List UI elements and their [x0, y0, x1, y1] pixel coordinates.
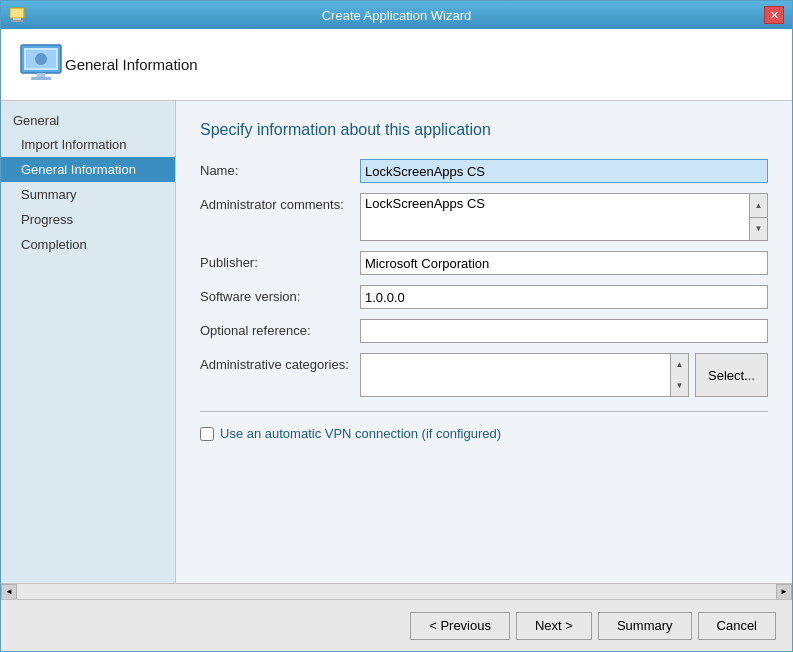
software-version-input[interactable]: [360, 285, 768, 309]
optional-reference-input[interactable]: [360, 319, 768, 343]
optional-reference-row: Optional reference:: [200, 319, 768, 343]
footer-bar: < Previous Next > Summary Cancel: [1, 599, 792, 651]
svg-rect-7: [37, 73, 45, 77]
name-row: Name:: [200, 159, 768, 183]
page-title: Specify information about this applicati…: [200, 121, 768, 139]
summary-button[interactable]: Summary: [598, 612, 692, 640]
name-label: Name:: [200, 159, 360, 178]
svg-rect-0: [10, 8, 24, 18]
categories-scroll-down[interactable]: ▼: [671, 375, 688, 396]
software-version-row: Software version:: [200, 285, 768, 309]
admin-comments-label: Administrator comments:: [200, 193, 360, 212]
admin-categories-row: Administrative categories: ▲ ▼ Select...: [200, 353, 768, 397]
admin-comments-scrollbar: ▲ ▼: [749, 194, 767, 240]
svg-rect-1: [13, 18, 21, 20]
publisher-label: Publisher:: [200, 251, 360, 270]
window-title: Create Application Wizard: [29, 8, 764, 23]
main-window: Create Application Wizard ✕ General Info…: [0, 0, 793, 652]
horizontal-scrollbar: ◄ ►: [1, 583, 792, 599]
previous-button[interactable]: < Previous: [410, 612, 510, 640]
admin-comments-wrapper: LockScreenApps CS ▲ ▼: [360, 193, 768, 241]
scroll-up-arrow[interactable]: ▲: [750, 194, 767, 218]
admin-comments-textarea[interactable]: LockScreenApps CS: [361, 194, 749, 240]
app-icon: [9, 7, 25, 23]
sidebar-item-import-information[interactable]: Import Information: [1, 132, 175, 157]
svg-rect-8: [31, 77, 51, 80]
close-button[interactable]: ✕: [764, 6, 784, 24]
computer-icon: [17, 41, 65, 89]
sidebar-section-general: General: [1, 109, 175, 132]
separator: [200, 411, 768, 412]
main-form-area: Specify information about this applicati…: [176, 101, 792, 583]
content-area: General Import Information General Infor…: [1, 101, 792, 583]
sidebar-item-completion[interactable]: Completion: [1, 232, 175, 257]
svg-point-6: [35, 53, 47, 65]
optional-reference-label: Optional reference:: [200, 319, 360, 338]
header-title: General Information: [65, 56, 198, 73]
optional-reference-control: [360, 319, 768, 343]
header-bar: General Information: [1, 29, 792, 101]
software-version-control: [360, 285, 768, 309]
admin-comments-row: Administrator comments: LockScreenApps C…: [200, 193, 768, 241]
categories-scrollbar: ▲ ▼: [670, 354, 688, 396]
scroll-left-button[interactable]: ◄: [1, 584, 17, 600]
admin-comments-control: LockScreenApps CS ▲ ▼: [360, 193, 768, 241]
vpn-checkbox-label[interactable]: Use an automatic VPN connection (if conf…: [220, 426, 501, 441]
publisher-row: Publisher:: [200, 251, 768, 275]
sidebar-item-progress[interactable]: Progress: [1, 207, 175, 232]
title-controls: ✕: [764, 6, 784, 24]
scroll-right-button[interactable]: ►: [776, 584, 792, 600]
categories-scroll-up[interactable]: ▲: [671, 354, 688, 375]
select-button[interactable]: Select...: [695, 353, 768, 397]
sidebar: General Import Information General Infor…: [1, 101, 176, 583]
software-version-label: Software version:: [200, 285, 360, 304]
name-control: [360, 159, 768, 183]
admin-categories-label: Administrative categories:: [200, 353, 360, 372]
sidebar-item-general-information[interactable]: General Information: [1, 157, 175, 182]
publisher-input[interactable]: [360, 251, 768, 275]
categories-input-wrapper: ▲ ▼: [360, 353, 689, 397]
sidebar-item-summary[interactable]: Summary: [1, 182, 175, 207]
vpn-checkbox-row: Use an automatic VPN connection (if conf…: [200, 426, 768, 441]
publisher-control: [360, 251, 768, 275]
vpn-checkbox[interactable]: [200, 427, 214, 441]
next-button[interactable]: Next >: [516, 612, 592, 640]
title-bar: Create Application Wizard ✕: [1, 1, 792, 29]
cancel-button[interactable]: Cancel: [698, 612, 776, 640]
categories-text-area[interactable]: [361, 354, 670, 396]
scroll-down-arrow[interactable]: ▼: [750, 218, 767, 241]
svg-rect-2: [11, 20, 23, 22]
name-input[interactable]: [360, 159, 768, 183]
scroll-track: [17, 584, 776, 599]
